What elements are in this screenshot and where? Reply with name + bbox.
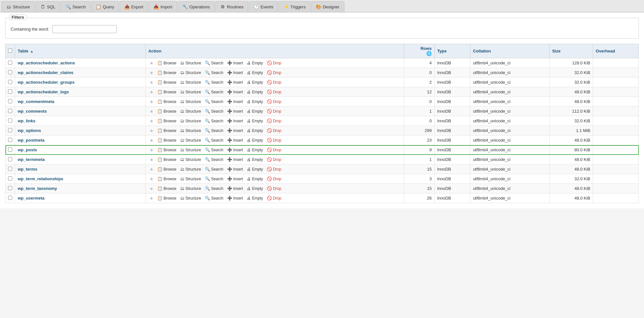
structure-btn[interactable]: 🗂Structure	[178, 185, 203, 192]
header-table[interactable]: Table ▲	[15, 44, 146, 58]
row-checkbox[interactable]	[8, 167, 12, 171]
structure-btn[interactable]: 🗂Structure	[178, 60, 203, 66]
search-btn[interactable]: 🔍Search	[203, 60, 225, 66]
empty-btn[interactable]: 🖨Empty	[245, 79, 264, 85]
search-btn[interactable]: 🔍Search	[203, 98, 225, 105]
empty-btn[interactable]: 🖨Empty	[245, 70, 264, 76]
tab-sql[interactable]: 🗒SQL	[35, 1, 60, 12]
search-btn[interactable]: 🔍Search	[203, 166, 225, 172]
tab-structure[interactable]: 🗂Structure	[1, 1, 35, 12]
structure-btn[interactable]: 🗂Structure	[178, 89, 203, 95]
structure-btn[interactable]: 🗂Structure	[178, 176, 203, 182]
structure-btn[interactable]: 🗂Structure	[178, 108, 203, 114]
insert-btn[interactable]: ➕Insert	[226, 176, 245, 182]
containing-input[interactable]	[52, 25, 117, 33]
empty-btn[interactable]: 🖨Empty	[245, 108, 264, 114]
search-btn[interactable]: 🔍Search	[203, 89, 225, 95]
row-checkbox[interactable]	[8, 196, 12, 200]
table-name-link[interactable]: wp_comments	[18, 109, 47, 114]
table-name-link[interactable]: wp_term_taxonomy	[18, 186, 57, 191]
insert-btn[interactable]: ➕Insert	[226, 137, 245, 143]
search-btn[interactable]: 🔍Search	[203, 127, 225, 134]
empty-btn[interactable]: 🖨Empty	[245, 127, 264, 134]
structure-btn[interactable]: 🗂Structure	[178, 137, 203, 143]
drop-btn[interactable]: 🚫Drop	[265, 166, 283, 172]
tab-routines[interactable]: ⚙Routines	[215, 1, 248, 12]
search-btn[interactable]: 🔍Search	[203, 70, 225, 76]
structure-btn[interactable]: 🗂Structure	[178, 147, 203, 153]
tab-import[interactable]: 📥Import	[149, 1, 177, 12]
browse-btn[interactable]: 📋Browse	[156, 127, 178, 134]
row-checkbox[interactable]	[8, 128, 12, 132]
structure-btn[interactable]: 🗂Structure	[178, 79, 203, 85]
row-checkbox[interactable]	[8, 70, 12, 74]
table-name-link[interactable]: wp_actionscheduler_actions	[18, 61, 75, 65]
search-btn[interactable]: 🔍Search	[203, 147, 225, 153]
insert-btn[interactable]: ➕Insert	[226, 70, 245, 76]
row-checkbox[interactable]	[8, 109, 12, 113]
table-name-link[interactable]: wp_links	[18, 118, 35, 123]
insert-btn[interactable]: ➕Insert	[226, 89, 245, 95]
insert-btn[interactable]: ➕Insert	[226, 127, 245, 134]
drop-btn[interactable]: 🚫Drop	[265, 60, 283, 66]
star-icon[interactable]: ★	[148, 186, 155, 191]
drop-btn[interactable]: 🚫Drop	[265, 79, 283, 85]
drop-btn[interactable]: 🚫Drop	[265, 108, 283, 114]
drop-btn[interactable]: 🚫Drop	[265, 70, 283, 76]
empty-btn[interactable]: 🖨Empty	[245, 118, 264, 124]
star-icon[interactable]: ★	[148, 70, 155, 75]
row-checkbox[interactable]	[8, 157, 12, 161]
browse-btn[interactable]: 📋Browse	[156, 137, 178, 143]
browse-btn[interactable]: 📋Browse	[156, 79, 178, 85]
drop-btn[interactable]: 🚫Drop	[265, 127, 283, 134]
drop-btn[interactable]: 🚫Drop	[265, 98, 283, 105]
empty-btn[interactable]: 🖨Empty	[245, 176, 264, 182]
star-icon[interactable]: ★	[148, 138, 155, 143]
tab-export[interactable]: 📤Export	[120, 1, 148, 12]
search-btn[interactable]: 🔍Search	[203, 185, 225, 192]
drop-btn[interactable]: 🚫Drop	[265, 118, 283, 124]
empty-btn[interactable]: 🖨Empty	[245, 166, 264, 172]
table-name-link[interactable]: wp_postmeta	[18, 138, 44, 143]
star-icon[interactable]: ★	[148, 61, 155, 66]
star-icon[interactable]: ★	[148, 89, 155, 95]
browse-btn[interactable]: 📋Browse	[156, 156, 178, 163]
insert-btn[interactable]: ➕Insert	[226, 60, 245, 66]
empty-btn[interactable]: 🖨Empty	[245, 98, 264, 105]
browse-btn[interactable]: 📋Browse	[156, 166, 178, 172]
insert-btn[interactable]: ➕Insert	[226, 118, 245, 124]
row-checkbox[interactable]	[8, 176, 12, 181]
browse-btn[interactable]: 📋Browse	[156, 195, 178, 201]
drop-btn[interactable]: 🚫Drop	[265, 176, 283, 182]
tab-triggers[interactable]: ⚡Triggers	[279, 1, 310, 12]
table-name-link[interactable]: wp_usermeta	[18, 196, 44, 201]
search-btn[interactable]: 🔍Search	[203, 195, 225, 201]
browse-btn[interactable]: 📋Browse	[156, 60, 178, 66]
empty-btn[interactable]: 🖨Empty	[245, 147, 264, 153]
drop-btn[interactable]: 🚫Drop	[265, 137, 283, 143]
row-checkbox[interactable]	[8, 118, 12, 123]
star-icon[interactable]: ★	[148, 80, 155, 85]
structure-btn[interactable]: 🗂Structure	[178, 118, 203, 124]
drop-btn[interactable]: 🚫Drop	[265, 147, 283, 153]
star-icon[interactable]: ★	[148, 176, 155, 182]
tab-search[interactable]: 🔍Search	[61, 1, 91, 12]
browse-btn[interactable]: 📋Browse	[156, 70, 178, 76]
table-name-link[interactable]: wp_terms	[18, 167, 37, 172]
drop-btn[interactable]: 🚫Drop	[265, 156, 283, 163]
structure-btn[interactable]: 🗂Structure	[178, 127, 203, 134]
search-btn[interactable]: 🔍Search	[203, 108, 225, 114]
tab-query[interactable]: 📋Query	[91, 1, 119, 12]
empty-btn[interactable]: 🖨Empty	[245, 185, 264, 192]
empty-btn[interactable]: 🖨Empty	[245, 60, 264, 66]
table-name-link[interactable]: wp_actionscheduler_logs	[18, 89, 69, 94]
star-icon[interactable]: ★	[148, 196, 155, 201]
row-checkbox[interactable]	[8, 186, 12, 190]
structure-btn[interactable]: 🗂Structure	[178, 70, 203, 76]
empty-btn[interactable]: 🖨Empty	[245, 137, 264, 143]
star-icon[interactable]: ★	[148, 128, 155, 133]
row-checkbox[interactable]	[8, 99, 12, 103]
row-checkbox[interactable]	[8, 138, 12, 142]
search-btn[interactable]: 🔍Search	[203, 176, 225, 182]
row-checkbox[interactable]	[8, 147, 12, 152]
